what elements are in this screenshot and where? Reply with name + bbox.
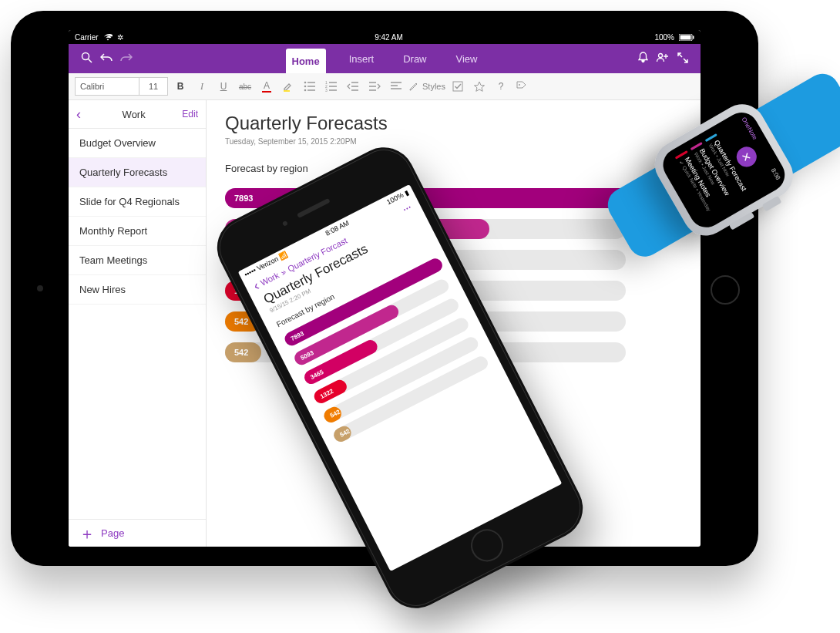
loading-icon: ✲ bbox=[117, 33, 123, 42]
plus-icon: ＋ bbox=[79, 528, 95, 539]
chart-bar-value: 542 bbox=[225, 342, 261, 362]
styles-button[interactable]: Styles bbox=[408, 77, 445, 96]
svg-point-14 bbox=[519, 84, 520, 86]
tag-button[interactable] bbox=[470, 77, 489, 96]
breadcrumb-sep: » bbox=[279, 267, 287, 277]
watch-app-name: OneNote bbox=[741, 116, 759, 141]
share-icon[interactable] bbox=[653, 52, 673, 66]
status-battery: 100% bbox=[654, 33, 674, 42]
sidebar-item[interactable]: Budget Overview bbox=[69, 129, 206, 158]
wifi-icon bbox=[103, 34, 113, 41]
svg-point-7 bbox=[304, 82, 307, 84]
question-tag-button[interactable]: ? bbox=[492, 77, 510, 96]
align-button[interactable] bbox=[387, 77, 405, 96]
svg-text:3: 3 bbox=[325, 88, 328, 92]
chart-bar-value: 542 bbox=[331, 424, 354, 444]
svg-rect-13 bbox=[453, 82, 462, 91]
strikethrough-button[interactable]: abc bbox=[236, 77, 254, 96]
status-time: 9:42 AM bbox=[375, 33, 403, 42]
svg-rect-6 bbox=[284, 90, 290, 92]
sidebar-item[interactable]: Slide for Q4 Regionals bbox=[69, 187, 206, 217]
svg-rect-1 bbox=[680, 35, 691, 39]
search-icon[interactable] bbox=[76, 52, 96, 66]
chart-title: Forecast by region bbox=[225, 163, 682, 174]
app-ribbon: Home Insert Draw View bbox=[69, 44, 701, 73]
outdent-button[interactable] bbox=[344, 77, 362, 96]
watch-time: 8:08 bbox=[770, 167, 782, 181]
bell-icon[interactable] bbox=[633, 52, 653, 66]
redo-icon[interactable] bbox=[116, 52, 136, 66]
svg-point-9 bbox=[304, 89, 307, 92]
svg-point-3 bbox=[82, 53, 89, 60]
sidebar-item[interactable]: Monthly Report bbox=[69, 217, 206, 246]
page-title: Quarterly Forecasts bbox=[225, 113, 682, 134]
back-icon[interactable]: ‹ bbox=[76, 106, 81, 123]
sidebar-item[interactable]: New Hires bbox=[69, 275, 206, 305]
svg-line-4 bbox=[88, 59, 92, 63]
add-page-label: Page bbox=[101, 527, 124, 539]
add-page-button[interactable]: ＋ Page bbox=[69, 519, 206, 547]
sidebar-item[interactable]: Team Meetings bbox=[69, 246, 206, 275]
underline-button[interactable]: U bbox=[214, 77, 233, 96]
more-icon[interactable]: ⋯ bbox=[402, 201, 415, 214]
sidebar-item[interactable]: Quarterly Forecasts bbox=[69, 158, 206, 187]
edit-button[interactable]: Edit bbox=[182, 109, 198, 120]
ios-status-bar: Carrier ✲ 9:42 AM 100% bbox=[69, 30, 701, 44]
chart-bar-value: 542 bbox=[321, 405, 344, 425]
more-tags-button[interactable] bbox=[513, 77, 532, 96]
undo-icon[interactable] bbox=[96, 52, 116, 66]
svg-point-8 bbox=[304, 86, 307, 88]
font-size-input[interactable] bbox=[139, 77, 168, 96]
ipad-camera bbox=[37, 285, 43, 291]
font-name-input[interactable] bbox=[75, 77, 139, 96]
number-list-button[interactable]: 123 bbox=[322, 77, 341, 96]
sidebar-header: ‹ Work Edit bbox=[69, 100, 206, 129]
formatting-toolbar: B I U abc A 123 bbox=[69, 73, 701, 100]
bullet-list-button[interactable] bbox=[301, 77, 319, 96]
iphone-speaker bbox=[297, 198, 331, 218]
indent-button[interactable] bbox=[365, 77, 384, 96]
tab-home[interactable]: Home bbox=[286, 49, 326, 73]
sidebar-title: Work bbox=[86, 109, 182, 120]
status-carrier: Carrier bbox=[75, 33, 99, 42]
italic-button[interactable]: I bbox=[193, 77, 211, 96]
iphone-home-button[interactable] bbox=[465, 524, 509, 567]
bold-button[interactable]: B bbox=[171, 77, 190, 96]
iphone-back-icon[interactable]: ‹ bbox=[252, 281, 260, 290]
svg-point-5 bbox=[659, 54, 663, 58]
ipad-home-button[interactable] bbox=[711, 275, 740, 305]
font-color-button[interactable]: A bbox=[257, 77, 276, 96]
fullscreen-icon[interactable] bbox=[673, 52, 693, 66]
tab-draw[interactable]: Draw bbox=[397, 44, 432, 73]
todo-button[interactable] bbox=[449, 77, 467, 96]
battery-icon bbox=[679, 34, 694, 41]
watch-crown[interactable] bbox=[762, 196, 782, 212]
tab-insert[interactable]: Insert bbox=[343, 44, 381, 73]
page-sidebar: ‹ Work Edit Budget OverviewQuarterly For… bbox=[69, 100, 207, 547]
ribbon-tabs: Home Insert Draw View bbox=[136, 44, 633, 73]
tab-view[interactable]: View bbox=[450, 44, 484, 73]
font-picker[interactable] bbox=[75, 77, 168, 96]
svg-rect-2 bbox=[693, 35, 694, 39]
highlight-button[interactable] bbox=[279, 77, 297, 96]
iphone-camera bbox=[282, 221, 288, 227]
